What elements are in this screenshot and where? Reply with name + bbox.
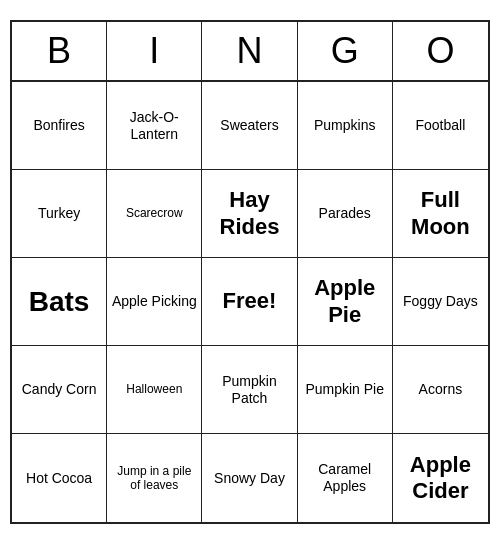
bingo-letter: B xyxy=(12,22,107,80)
bingo-cell: Snowy Day xyxy=(202,434,297,522)
bingo-cell: Foggy Days xyxy=(393,258,488,346)
bingo-cell: Parades xyxy=(298,170,393,258)
bingo-cell: Pumpkins xyxy=(298,82,393,170)
bingo-cell: Bats xyxy=(12,258,107,346)
bingo-header: BINGO xyxy=(12,22,488,82)
bingo-grid: BonfiresJack-O-LanternSweatersPumpkinsFo… xyxy=(12,82,488,522)
bingo-cell: Sweaters xyxy=(202,82,297,170)
bingo-cell: Hay Rides xyxy=(202,170,297,258)
bingo-letter: I xyxy=(107,22,202,80)
bingo-cell: Apple Cider xyxy=(393,434,488,522)
bingo-cell: Pumpkin Patch xyxy=(202,346,297,434)
bingo-letter: N xyxy=(202,22,297,80)
bingo-cell: Apple Picking xyxy=(107,258,202,346)
bingo-cell: Turkey xyxy=(12,170,107,258)
bingo-cell: Full Moon xyxy=(393,170,488,258)
bingo-cell: Candy Corn xyxy=(12,346,107,434)
bingo-letter: G xyxy=(298,22,393,80)
bingo-letter: O xyxy=(393,22,488,80)
bingo-cell: Jack-O-Lantern xyxy=(107,82,202,170)
bingo-cell: Halloween xyxy=(107,346,202,434)
bingo-card: BINGO BonfiresJack-O-LanternSweatersPump… xyxy=(10,20,490,524)
bingo-cell: Apple Pie xyxy=(298,258,393,346)
bingo-cell: Free! xyxy=(202,258,297,346)
bingo-cell: Bonfires xyxy=(12,82,107,170)
bingo-cell: Scarecrow xyxy=(107,170,202,258)
bingo-cell: Acorns xyxy=(393,346,488,434)
bingo-cell: Pumpkin Pie xyxy=(298,346,393,434)
bingo-cell: Caramel Apples xyxy=(298,434,393,522)
bingo-cell: Hot Cocoa xyxy=(12,434,107,522)
bingo-cell: Football xyxy=(393,82,488,170)
bingo-cell: Jump in a pile of leaves xyxy=(107,434,202,522)
